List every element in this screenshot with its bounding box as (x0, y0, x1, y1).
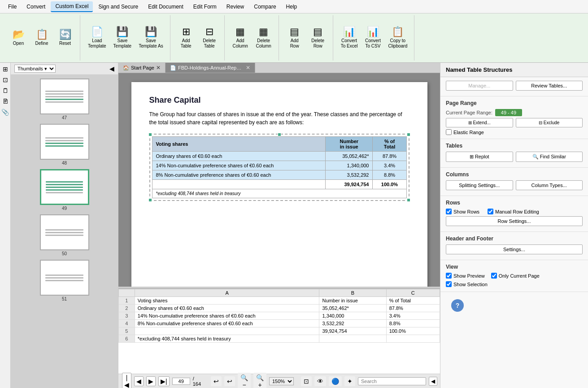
spreadsheet-cell[interactable]: 8% Non-cumulative preference shares of €… (135, 320, 319, 327)
menu-compare[interactable]: Compare (249, 2, 280, 12)
header-footer-settings-button[interactable]: Settings... (446, 244, 583, 254)
zoom-in-button[interactable]: 🔍+ (253, 373, 266, 388)
show-preview-checkbox[interactable] (446, 273, 452, 279)
delete-row-button[interactable]: ▤ DeleteRow (307, 25, 329, 51)
delete-column-button[interactable]: ▦ DeleteColumn (253, 25, 275, 51)
thumbnail-49[interactable]: 49 (13, 169, 116, 211)
undo-button[interactable]: ↩ (211, 376, 222, 386)
only-current-page-checkbox[interactable] (491, 273, 497, 279)
menu-edit-document[interactable]: Edit Document (144, 2, 188, 12)
define-button[interactable]: 📋 Define (30, 27, 53, 48)
manage-button[interactable]: Manage... (446, 81, 513, 91)
sidebar-icon-2[interactable]: ⊡ (1, 75, 10, 84)
tool-btn-4[interactable]: ✦ (344, 376, 355, 386)
elastic-range-checkbox[interactable] (446, 129, 452, 135)
spreadsheet-cell[interactable] (135, 327, 319, 335)
spreadsheet-cell[interactable]: % of Total (386, 297, 440, 305)
menu-help[interactable]: Help (282, 2, 302, 12)
spreadsheet-cell[interactable]: 100.0% (386, 327, 440, 335)
page-number-input[interactable] (172, 378, 190, 385)
spreadsheet-cell[interactable] (386, 335, 440, 343)
undo2-button[interactable]: ↩ (224, 376, 235, 386)
convert-to-csv-button[interactable]: 📊 ConvertTo CSV (362, 25, 384, 51)
spreadsheet-cell[interactable]: 8.8% (386, 320, 440, 327)
thumbnail-50[interactable]: 50 (13, 214, 116, 256)
only-current-page-label: Only Current Page (499, 273, 540, 279)
add-column-button[interactable]: ▦ AddColumn (229, 25, 252, 51)
spreadsheet-cell[interactable]: Ordinary shares of €0.60 each (135, 305, 319, 312)
extend-button[interactable]: ⊞ Extend... (446, 118, 513, 127)
menu-sign-secure[interactable]: Sign and Secure (94, 2, 143, 12)
sidebar-icon-3[interactable]: 🗒 (1, 86, 10, 95)
replot-button[interactable]: ⊞ Replot (446, 152, 513, 162)
find-similar-button[interactable]: 🔍 Find Similar (516, 152, 583, 162)
tables-title: Tables (446, 143, 583, 149)
row-settings-button[interactable]: Row Settings... (446, 216, 583, 226)
column-types-button[interactable]: Column Types... (516, 180, 583, 190)
tool-btn-1[interactable]: ⊡ (301, 376, 312, 386)
copy-to-clipboard-button[interactable]: 📋 Copy toClipboard (385, 25, 410, 51)
thumbnail-47[interactable]: 47 (13, 78, 116, 120)
tool-btn-3[interactable]: 🔵 (329, 376, 342, 386)
load-template-button[interactable]: 📄 LoadTemplate (85, 25, 109, 51)
handle-br (407, 198, 410, 202)
menu-file[interactable]: File (4, 2, 21, 12)
save-template-button[interactable]: 💾 SaveTemplate (110, 25, 135, 51)
sidebar-icon-4[interactable]: 🖹 (1, 97, 10, 106)
table-row-1: Ordinary shares of €0.60 each 35,052,462… (152, 152, 406, 161)
show-selection-checkbox[interactable] (446, 281, 452, 287)
sidebar-icon-5[interactable]: 📎 (1, 108, 10, 117)
spreadsheet-cell[interactable]: Number in issue (319, 297, 386, 305)
menu-convert[interactable]: Convert (22, 2, 50, 12)
thumbnail-51[interactable]: 51 (13, 260, 116, 301)
show-rows-row: Show Rows Manual Row Editing (446, 209, 583, 214)
spreadsheet-row: 314% Non-cumulative preference shares of… (119, 312, 440, 320)
menu-custom-excel[interactable]: Custom Excel (51, 1, 93, 12)
spreadsheet-cell[interactable]: 87.8% (386, 305, 440, 312)
first-page-button[interactable]: |◀ (122, 373, 131, 388)
zoom-out-button[interactable]: 🔍− (238, 373, 251, 388)
spreadsheet-cell[interactable]: 14% Non-cumulative preference shares of … (135, 312, 319, 320)
doc-table-wrapper: Voting shares Numberin issue % ofTotal O… (149, 134, 409, 201)
document-view: Share Capital The Group had four classes… (118, 73, 440, 287)
spreadsheet-cell[interactable]: 3,532,292 (319, 320, 386, 327)
spreadsheet-cell[interactable]: Voting shares (135, 297, 319, 305)
spreadsheet-cell[interactable]: 1,340,000 (319, 312, 386, 320)
exclude-button[interactable]: ⊟ Exclude (516, 118, 583, 127)
spreadsheet-cell[interactable]: *excluding 408,744 shares held in treasu… (135, 335, 319, 343)
tab-start-page[interactable]: 🏠 Start Page ✕ (118, 63, 166, 73)
menu-review[interactable]: Review (222, 2, 248, 12)
manual-row-editing-checkbox[interactable] (488, 209, 493, 214)
zoom-select[interactable]: 150% (269, 377, 294, 385)
convert-to-excel-button[interactable]: 📊 ConvertTo Excel (338, 25, 361, 51)
review-tables-button[interactable]: Review Tables... (516, 81, 583, 91)
search-input[interactable] (358, 377, 426, 385)
tab-fbd[interactable]: 📄 FBD-Holdings-Annual-Report-un... ✕ (166, 63, 255, 73)
search-prev-button[interactable]: ◀ (429, 377, 437, 386)
spreadsheet-cell[interactable]: 35,052,462* (319, 305, 386, 312)
thumbnail-48[interactable]: 48 (13, 124, 116, 166)
tab-fbd-close[interactable]: ✕ (246, 65, 250, 71)
tab-start-close[interactable]: ✕ (156, 65, 161, 71)
open-button[interactable]: 📂 Open (7, 27, 30, 48)
splitting-settings-button[interactable]: Splitting Settings... (446, 180, 513, 190)
prev-page-button[interactable]: ◀ (134, 376, 144, 386)
help-button[interactable]: ? (451, 299, 464, 312)
save-template-as-button[interactable]: 💾 SaveTemplate As (135, 25, 166, 51)
add-row-button[interactable]: ▤ AddRow (283, 25, 306, 51)
sidebar-icon-1[interactable]: ⊞ (1, 65, 10, 74)
spreadsheet-cell[interactable]: 3.4% (386, 312, 440, 320)
sidebar-collapse-button[interactable]: ◀ (109, 65, 114, 72)
reset-button[interactable]: 🔄 Reset (54, 27, 76, 48)
handle-tc (278, 133, 281, 136)
tool-btn-2[interactable]: 👁 (314, 376, 326, 386)
add-table-button[interactable]: ⊞ AddTable (175, 25, 197, 51)
last-page-button[interactable]: ▶| (158, 376, 170, 386)
spreadsheet-cell[interactable]: 39,924,754 (319, 327, 386, 335)
show-rows-checkbox[interactable] (446, 209, 452, 214)
thumbnails-select[interactable]: Thumbnails ▾ (14, 65, 56, 73)
delete-table-button[interactable]: ⊟ DeleteTable (198, 25, 221, 51)
next-page-button[interactable]: ▶ (146, 376, 156, 386)
menu-edit-form[interactable]: Edit Form (189, 2, 221, 12)
spreadsheet-cell[interactable] (319, 335, 386, 343)
